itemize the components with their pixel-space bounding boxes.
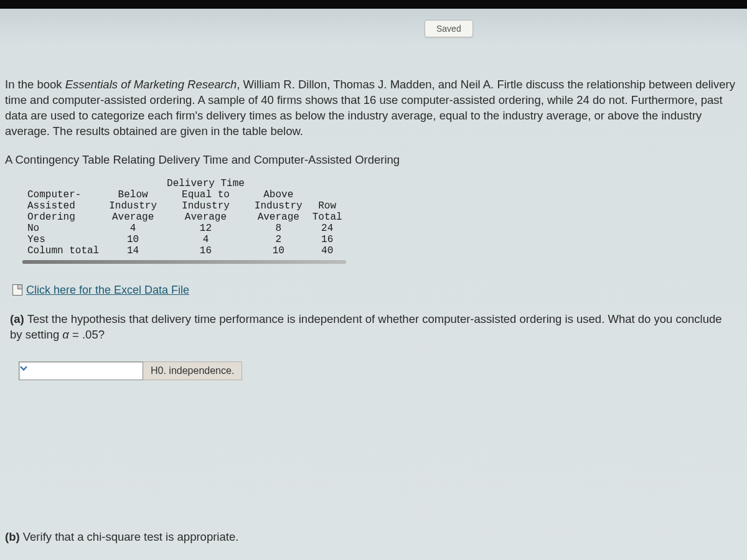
group-header: Delivery Time: [162, 178, 250, 189]
question-a-text-1: Test the hypothesis that delivery time p…: [10, 312, 722, 341]
col-h2-l3: Average: [162, 212, 250, 223]
col-h3-l3: Average: [250, 212, 308, 223]
table-row: Column total 14 16 10 40: [22, 245, 347, 256]
book-title: Essentials of Marketing Research: [65, 78, 237, 91]
cell: 14: [104, 245, 162, 256]
row-header-l2: Assisted: [22, 200, 104, 212]
row-label: Yes: [22, 234, 104, 245]
table-row: No 4 12 8 24: [22, 223, 347, 234]
answer-dropdown[interactable]: [19, 362, 143, 380]
question-content: In the book Essentials of Marketing Rese…: [0, 9, 747, 380]
document-icon: [12, 284, 22, 296]
cell: 40: [308, 245, 347, 256]
cell: 12: [162, 223, 250, 234]
cell: 4: [104, 223, 162, 234]
question-b-label: (b): [5, 530, 23, 543]
cell: 8: [250, 223, 308, 234]
row-header-l1: Computer-: [22, 189, 104, 200]
question-a-text-2: = .05?: [69, 328, 105, 341]
hypothesis-label-box: H0. independence.: [143, 362, 242, 380]
col-h1-l2: Industry: [104, 200, 162, 212]
contingency-table: Delivery Time Computer- Below Equal to A…: [22, 178, 347, 256]
answer-row: H0. independence.: [19, 362, 741, 380]
saved-indicator: Saved: [425, 20, 473, 37]
table-header-row-2: Assisted Industry Industry Industry Row: [22, 200, 347, 212]
col-h2-l2: Industry: [162, 200, 250, 212]
col-h2-l1: Equal to: [162, 189, 250, 200]
col-h1-l1: Below: [104, 189, 162, 200]
cell: 4: [162, 234, 250, 245]
cell: 10: [250, 245, 308, 256]
cell: 24: [308, 223, 347, 234]
question-a: (a) Test the hypothesis that delivery ti…: [10, 312, 736, 343]
col-h4-l3: Total: [308, 212, 347, 223]
window-top-bar: [0, 0, 747, 9]
question-b: (b) Verify that a chi-square test is app…: [5, 530, 238, 544]
alpha-symbol: α: [62, 328, 69, 341]
table-title: A Contingency Table Relating Delivery Ti…: [5, 153, 741, 167]
table-bottom-scrollbar[interactable]: [22, 260, 346, 264]
question-b-text: Verify that a chi-square test is appropr…: [23, 530, 239, 543]
table-header-row-3: Ordering Average Average Average Total: [22, 212, 347, 223]
col-h4-l2: Row: [308, 200, 347, 212]
table-row: Yes 10 4 2 16: [22, 234, 347, 245]
excel-link-row: Click here for the Excel Data File: [12, 284, 741, 297]
col-h1-l3: Average: [104, 212, 162, 223]
row-label: No: [22, 223, 104, 234]
cell: 2: [250, 234, 308, 245]
cell: 10: [104, 234, 162, 245]
col-h4-l1: [308, 189, 347, 200]
row-label: Column total: [22, 245, 104, 256]
col-h3-l2: Industry: [250, 200, 308, 212]
excel-data-link[interactable]: Click here for the Excel Data File: [26, 284, 189, 297]
intro-paragraph: In the book Essentials of Marketing Rese…: [5, 77, 741, 139]
row-header-l3: Ordering: [22, 212, 104, 223]
table-group-header-row: Delivery Time: [22, 178, 347, 189]
intro-prefix: In the book: [5, 78, 65, 91]
col-h3-l1: Above: [250, 189, 308, 200]
question-a-label: (a): [10, 312, 27, 325]
table-header-row-1: Computer- Below Equal to Above: [22, 189, 347, 200]
cell: 16: [308, 234, 347, 245]
cell: 16: [162, 245, 250, 256]
